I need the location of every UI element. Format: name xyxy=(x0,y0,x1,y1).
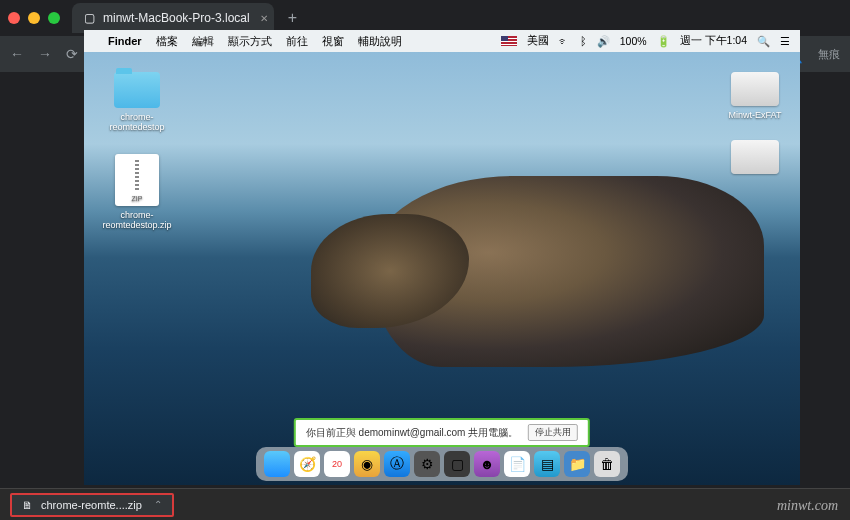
folder-icon xyxy=(114,72,160,108)
menu-help[interactable]: 輔助說明 xyxy=(358,34,402,49)
desktop-zip[interactable]: chrome-reomtedestop.zip xyxy=(102,154,172,230)
clock[interactable]: 週一 下午1:04 xyxy=(680,34,747,48)
flag-icon[interactable] xyxy=(501,36,517,46)
dock[interactable]: 🧭 20 ◉ Ⓐ ⚙ ▢ ☻ 📄 ▤ 📁 🗑 xyxy=(256,447,628,481)
sharing-text: 你目前正與 demominwt@gmail.com 共用電腦。 xyxy=(306,426,518,440)
desktop-drive-2[interactable] xyxy=(720,140,790,178)
download-filename: chrome-reomte....zip xyxy=(41,499,142,511)
window-controls[interactable] xyxy=(8,12,60,24)
menu-window[interactable]: 視窗 xyxy=(322,34,344,49)
menu-icon[interactable]: ☰ xyxy=(780,35,790,47)
new-tab-button[interactable]: + xyxy=(288,9,297,27)
menubar-app[interactable]: Finder xyxy=(108,35,142,47)
dock-finder-icon[interactable] xyxy=(264,451,290,477)
volume-icon[interactable]: 🔊 xyxy=(597,35,610,48)
chevron-up-icon[interactable]: ⌃ xyxy=(154,499,162,510)
back-icon[interactable]: ← xyxy=(10,46,24,62)
sharing-notice: 你目前正與 demominwt@gmail.com 共用電腦。 停止共用 xyxy=(294,418,590,447)
drive-icon xyxy=(731,140,779,174)
profile-label: 無痕 xyxy=(818,47,840,62)
stop-sharing-button[interactable]: 停止共用 xyxy=(528,424,578,441)
battery-icon: 🔋 xyxy=(657,35,670,48)
file-icon: 🗎 xyxy=(22,499,33,511)
dock-safari-icon[interactable]: 🧭 xyxy=(294,451,320,477)
search-icon[interactable]: 🔍 xyxy=(757,35,770,48)
dock-textedit-icon[interactable]: 📄 xyxy=(504,451,530,477)
dock-terminal-icon[interactable]: ▢ xyxy=(444,451,470,477)
wifi-icon[interactable]: ᯤ xyxy=(559,35,570,47)
folder-label: chrome-reomtedestop xyxy=(102,112,172,132)
dock-folder-icon[interactable]: 📁 xyxy=(564,451,590,477)
dock-trash-icon[interactable]: 🗑 xyxy=(594,451,620,477)
desktop-folder[interactable]: chrome-reomtedestop xyxy=(102,72,172,132)
download-shelf: 🗎 chrome-reomte....zip ⌃ xyxy=(0,488,850,520)
download-item[interactable]: 🗎 chrome-reomte....zip ⌃ xyxy=(10,493,174,517)
drive-icon xyxy=(731,72,779,106)
menu-edit[interactable]: 編輯 xyxy=(192,34,214,49)
dock-app2-icon[interactable]: ▤ xyxy=(534,451,560,477)
menu-go[interactable]: 前往 xyxy=(286,34,308,49)
reload-icon[interactable]: ⟳ xyxy=(66,46,78,62)
remote-desktop-viewport[interactable]: Finder 檔案 編輯 顯示方式 前往 視窗 輔助說明 美國 ᯤ ᛒ 🔊 10… xyxy=(84,30,800,485)
menu-file[interactable]: 檔案 xyxy=(156,34,178,49)
dock-calendar-icon[interactable]: 20 xyxy=(324,451,350,477)
mac-menubar[interactable]: Finder 檔案 編輯 顯示方式 前往 視窗 輔助說明 美國 ᯤ ᛒ 🔊 10… xyxy=(84,30,800,52)
bluetooth-icon[interactable]: ᛒ xyxy=(580,35,587,47)
menu-view[interactable]: 顯示方式 xyxy=(228,34,272,49)
wallpaper-island xyxy=(370,176,764,367)
dock-chrome-icon[interactable]: ◉ xyxy=(354,451,380,477)
dock-app-icon[interactable]: ☻ xyxy=(474,451,500,477)
zip-label: chrome-reomtedestop.zip xyxy=(102,210,172,230)
forward-icon[interactable]: → xyxy=(38,46,52,62)
zip-icon xyxy=(115,154,159,206)
browser-tab[interactable]: ▢ minwt-MacBook-Pro-3.local ✕ xyxy=(72,3,274,33)
drive-label: Minwt-ExFAT xyxy=(720,110,790,120)
watermark: minwt.com xyxy=(777,498,838,514)
close-icon[interactable]: ✕ xyxy=(260,13,268,24)
battery-text[interactable]: 100% xyxy=(620,35,647,47)
input-source[interactable]: 美國 xyxy=(527,34,549,48)
dock-appstore-icon[interactable]: Ⓐ xyxy=(384,451,410,477)
tab-title: minwt-MacBook-Pro-3.local xyxy=(103,11,250,25)
desktop-drive-1[interactable]: Minwt-ExFAT xyxy=(720,72,790,120)
dock-settings-icon[interactable]: ⚙ xyxy=(414,451,440,477)
tab-favicon: ▢ xyxy=(84,11,95,25)
